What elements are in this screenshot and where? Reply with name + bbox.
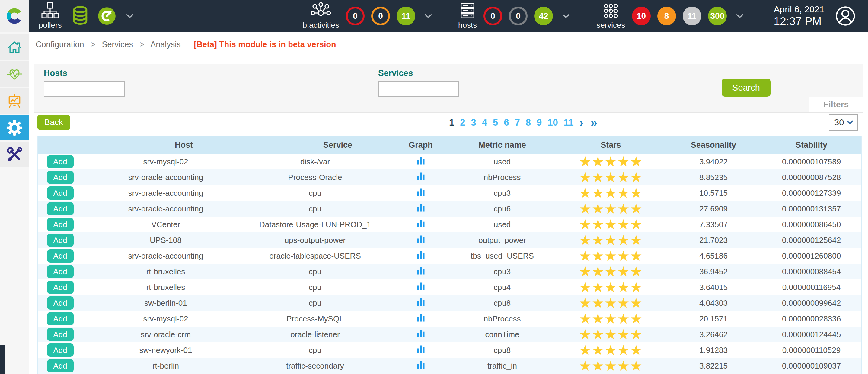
graph-icon[interactable] — [416, 282, 425, 291]
add-button[interactable]: Add — [47, 186, 74, 200]
page-number[interactable]: 1 — [449, 117, 454, 128]
filters-panel-tab[interactable]: Filters — [809, 97, 863, 112]
business-activities-icon — [311, 2, 331, 20]
analysis-table: Host Service Graph Metric name Stars Sea… — [37, 136, 862, 374]
page-number[interactable]: 9 — [537, 117, 542, 128]
col-host: Host — [80, 136, 224, 154]
add-button[interactable]: Add — [47, 218, 74, 231]
page-number[interactable]: 4 — [482, 117, 487, 128]
add-button[interactable]: Add — [47, 359, 74, 373]
status-badge[interactable]: 0 — [346, 7, 365, 25]
last-page-arrow[interactable]: » — [591, 118, 597, 127]
status-badge[interactable]: 42 — [534, 7, 553, 25]
graph-icon[interactable] — [416, 329, 425, 338]
graph-icon[interactable] — [416, 172, 425, 181]
breadcrumb-configuration[interactable]: Configuration — [36, 40, 84, 49]
hosts-menu[interactable]: hosts — [458, 2, 477, 30]
hosts-chevron-down-icon[interactable] — [562, 13, 570, 19]
sidebar-item-monitoring[interactable] — [0, 61, 29, 87]
seasonality-cell: 27.6909 — [665, 201, 762, 217]
status-badge[interactable]: 11 — [397, 7, 415, 25]
search-button[interactable]: Search — [722, 79, 771, 97]
page-size-value: 30 — [834, 117, 844, 127]
pollers-chevron-down-icon[interactable] — [126, 13, 134, 19]
services-chevron-down-icon[interactable] — [736, 13, 744, 19]
add-button[interactable]: Add — [47, 202, 74, 215]
sidebar-item-reporting[interactable] — [0, 88, 29, 114]
page-number[interactable]: 5 — [493, 117, 498, 128]
seasonality-cell: 10.5715 — [665, 185, 762, 201]
graph-icon[interactable] — [416, 203, 425, 212]
stability-cell: 0.000000107589 — [762, 154, 861, 170]
add-button[interactable]: Add — [47, 265, 74, 278]
add-button[interactable]: Add — [47, 233, 74, 247]
host-cell: srv-mysql-02 — [80, 311, 224, 326]
next-page-arrow[interactable]: › — [580, 118, 583, 127]
page-number[interactable]: 7 — [515, 117, 520, 128]
services-grid-icon — [602, 2, 620, 20]
page-number[interactable]: 2 — [460, 117, 465, 128]
poller-latency-status[interactable] — [97, 6, 117, 26]
status-badge[interactable]: 0 — [509, 7, 528, 25]
top-bar: pollers — [0, 0, 868, 32]
seasonality-cell: 36.9452 — [665, 264, 762, 280]
add-button[interactable]: Add — [47, 344, 74, 357]
breadcrumb-services[interactable]: Services — [102, 40, 133, 49]
sidebar-item-configuration[interactable] — [0, 115, 29, 141]
stars-rating: ★★★★★ — [557, 232, 665, 248]
table-row: Add sw-berlin-01 cpu — [37, 295, 861, 311]
service-cell: Datastore-Usage-LUN-PROD_1 — [224, 217, 394, 232]
page-number[interactable]: 11 — [564, 117, 574, 128]
add-button[interactable]: Add — [47, 155, 74, 168]
graph-icon[interactable] — [416, 188, 425, 197]
graph-icon[interactable] — [416, 156, 425, 165]
add-button[interactable]: Add — [47, 249, 74, 262]
graph-icon[interactable] — [416, 251, 425, 259]
graph-icon[interactable] — [416, 361, 425, 370]
hosts-filter-input[interactable] — [44, 81, 125, 97]
page-number[interactable]: 6 — [504, 117, 509, 128]
add-button[interactable]: Add — [47, 312, 74, 325]
status-badge[interactable]: 11 — [683, 7, 702, 25]
add-button[interactable]: Add — [47, 171, 74, 184]
status-badge[interactable]: 10 — [632, 7, 651, 25]
graph-icon[interactable] — [416, 313, 425, 322]
breadcrumb-analysis[interactable]: Analysis — [150, 40, 181, 49]
graph-icon[interactable] — [416, 235, 425, 244]
breadcrumb-separator: > — [91, 40, 95, 49]
status-badge[interactable]: 0 — [371, 7, 390, 25]
sidebar-item-administration[interactable] — [0, 142, 29, 167]
table-row: Add srv-mysql-02 Process-MySQL — [37, 311, 861, 326]
hosts-filter-label: Hosts — [44, 68, 67, 78]
add-button[interactable]: Add — [47, 296, 74, 310]
sidebar-item-home[interactable] — [0, 34, 29, 60]
status-badge[interactable]: 300 — [708, 7, 727, 25]
page-number[interactable]: 3 — [471, 117, 476, 128]
graph-icon[interactable] — [416, 219, 425, 228]
graph-icon[interactable] — [416, 266, 425, 275]
poller-database-status[interactable] — [71, 4, 90, 28]
host-cell: VCenter — [80, 217, 224, 232]
services-menu[interactable]: services — [596, 2, 625, 30]
filter-panel: Hosts Services Search Filters — [34, 64, 863, 113]
add-button[interactable]: Add — [47, 328, 74, 341]
page-number[interactable]: 8 — [526, 117, 531, 128]
add-button[interactable]: Add — [47, 281, 74, 294]
pollers-menu[interactable]: pollers — [39, 2, 62, 30]
page-size-select[interactable]: 30 — [829, 114, 858, 131]
hosts-group: hosts 0042 — [458, 2, 570, 30]
host-cell: srv-oracle-accounting — [80, 170, 224, 185]
business-activities-menu[interactable]: b.activities — [303, 2, 339, 30]
table-row: Add srv-mysql-02 disk-/var — [37, 154, 861, 170]
graph-icon[interactable] — [416, 345, 425, 354]
graph-icon[interactable] — [416, 297, 425, 307]
page-number[interactable]: 10 — [548, 117, 558, 128]
centreon-logo[interactable] — [0, 0, 29, 32]
status-badge[interactable]: 8 — [657, 7, 676, 25]
metric-cell: cpu3 — [448, 264, 557, 280]
services-filter-input[interactable] — [378, 81, 459, 97]
back-button[interactable]: Back — [37, 115, 70, 130]
business-activities-chevron-down-icon[interactable] — [424, 13, 432, 19]
status-badge[interactable]: 0 — [484, 7, 502, 25]
user-menu[interactable] — [835, 5, 856, 27]
